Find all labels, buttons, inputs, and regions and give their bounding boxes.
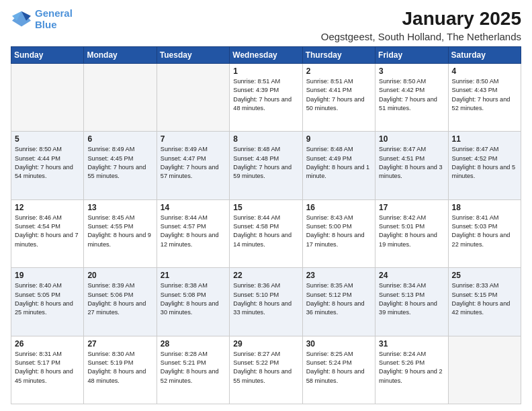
header-wednesday: Wednesday (230, 47, 302, 64)
calendar-cell: 14Sunrise: 8:44 AMSunset: 4:57 PMDayligh… (157, 199, 229, 267)
calendar-header-row: Sunday Monday Tuesday Wednesday Thursday… (11, 47, 521, 64)
logo-blue: Blue (35, 19, 57, 30)
day-number: 5 (15, 134, 80, 144)
calendar-cell: 23Sunrise: 8:35 AMSunset: 5:12 PMDayligh… (302, 268, 375, 336)
day-number: 26 (15, 339, 80, 349)
calendar-cell: 16Sunrise: 8:43 AMSunset: 5:00 PMDayligh… (302, 199, 375, 267)
svg-marker-0 (12, 11, 31, 26)
cell-info: Sunrise: 8:43 AMSunset: 5:00 PMDaylight:… (306, 214, 371, 249)
calendar-cell: 11Sunrise: 8:47 AMSunset: 4:52 PMDayligh… (448, 132, 521, 199)
cell-info: Sunrise: 8:30 AMSunset: 5:19 PMDaylight:… (87, 350, 152, 385)
day-number: 30 (306, 339, 371, 349)
day-number: 8 (233, 134, 298, 144)
calendar-table: Sunday Monday Tuesday Wednesday Thursday… (11, 46, 521, 404)
day-number: 14 (161, 203, 226, 212)
cell-info: Sunrise: 8:47 AMSunset: 4:51 PMDaylight:… (379, 145, 444, 181)
calendar-cell: 29Sunrise: 8:27 AMSunset: 5:22 PMDayligh… (230, 336, 302, 404)
logo-general: General (35, 7, 73, 19)
day-number: 22 (233, 271, 298, 280)
title-block: January 2025 Oegstgeest, South Holland, … (321, 8, 521, 42)
header-thursday: Thursday (302, 47, 375, 64)
calendar-cell: 10Sunrise: 8:47 AMSunset: 4:51 PMDayligh… (375, 132, 448, 199)
week-row-3: 12Sunrise: 8:46 AMSunset: 4:54 PMDayligh… (11, 199, 521, 267)
cell-info: Sunrise: 8:48 AMSunset: 4:48 PMDaylight:… (233, 145, 298, 181)
cell-info: Sunrise: 8:48 AMSunset: 4:49 PMDaylight:… (306, 145, 371, 181)
cell-info: Sunrise: 8:46 AMSunset: 4:54 PMDaylight:… (15, 214, 80, 249)
calendar-cell: 13Sunrise: 8:45 AMSunset: 4:55 PMDayligh… (84, 199, 157, 267)
header-friday: Friday (375, 47, 448, 64)
cell-info: Sunrise: 8:35 AMSunset: 5:12 PMDaylight:… (306, 281, 371, 317)
day-number: 27 (87, 339, 152, 349)
week-row-1: 1Sunrise: 8:51 AMSunset: 4:39 PMDaylight… (11, 64, 521, 132)
calendar-cell: 12Sunrise: 8:46 AMSunset: 4:54 PMDayligh… (11, 199, 84, 267)
cell-info: Sunrise: 8:25 AMSunset: 5:24 PMDaylight:… (306, 350, 371, 385)
cell-info: Sunrise: 8:47 AMSunset: 4:52 PMDaylight:… (452, 145, 517, 181)
calendar-cell: 25Sunrise: 8:33 AMSunset: 5:15 PMDayligh… (448, 268, 521, 336)
calendar-cell: 2Sunrise: 8:51 AMSunset: 4:41 PMDaylight… (302, 64, 375, 132)
cell-info: Sunrise: 8:50 AMSunset: 4:43 PMDaylight:… (452, 77, 517, 113)
calendar-cell: 6Sunrise: 8:49 AMSunset: 4:45 PMDaylight… (84, 132, 157, 199)
day-number: 16 (306, 203, 371, 212)
day-number: 11 (452, 134, 517, 144)
calendar-cell: 5Sunrise: 8:50 AMSunset: 4:44 PMDaylight… (11, 132, 84, 199)
header-monday: Monday (84, 47, 157, 64)
day-number: 13 (87, 203, 152, 212)
calendar-cell: 22Sunrise: 8:36 AMSunset: 5:10 PMDayligh… (230, 268, 302, 336)
calendar-cell: 15Sunrise: 8:44 AMSunset: 4:58 PMDayligh… (230, 199, 302, 267)
calendar-cell: 18Sunrise: 8:41 AMSunset: 5:03 PMDayligh… (448, 199, 521, 267)
cell-info: Sunrise: 8:24 AMSunset: 5:26 PMDaylight:… (379, 350, 444, 385)
cell-info: Sunrise: 8:39 AMSunset: 5:06 PMDaylight:… (87, 281, 152, 317)
calendar-cell: 27Sunrise: 8:30 AMSunset: 5:19 PMDayligh… (84, 336, 157, 404)
cell-info: Sunrise: 8:33 AMSunset: 5:15 PMDaylight:… (452, 281, 517, 317)
day-number: 1 (233, 66, 298, 76)
day-number: 12 (15, 203, 80, 212)
week-row-4: 19Sunrise: 8:40 AMSunset: 5:05 PMDayligh… (11, 268, 521, 336)
header-tuesday: Tuesday (157, 47, 229, 64)
day-number: 7 (161, 134, 226, 144)
day-number: 28 (161, 339, 226, 349)
main-title: January 2025 (321, 8, 521, 30)
calendar-cell: 28Sunrise: 8:28 AMSunset: 5:21 PMDayligh… (157, 336, 229, 404)
calendar-cell: 4Sunrise: 8:50 AMSunset: 4:43 PMDaylight… (448, 64, 521, 132)
cell-info: Sunrise: 8:51 AMSunset: 4:39 PMDaylight:… (233, 77, 298, 113)
day-number: 15 (233, 203, 298, 212)
calendar-cell: 21Sunrise: 8:38 AMSunset: 5:08 PMDayligh… (157, 268, 229, 336)
logo-icon (11, 10, 32, 29)
cell-info: Sunrise: 8:38 AMSunset: 5:08 PMDaylight:… (161, 281, 226, 317)
page: General Blue January 2025 Oegstgeest, So… (0, 0, 532, 411)
logo: General Blue (11, 8, 73, 30)
calendar-cell (11, 64, 84, 132)
calendar-cell (157, 64, 229, 132)
calendar-cell: 20Sunrise: 8:39 AMSunset: 5:06 PMDayligh… (84, 268, 157, 336)
day-number: 10 (379, 134, 444, 144)
calendar-cell: 17Sunrise: 8:42 AMSunset: 5:01 PMDayligh… (375, 199, 448, 267)
calendar-cell: 9Sunrise: 8:48 AMSunset: 4:49 PMDaylight… (302, 132, 375, 199)
logo-text: General Blue (35, 8, 73, 30)
cell-info: Sunrise: 8:44 AMSunset: 4:58 PMDaylight:… (233, 214, 298, 249)
calendar-cell: 24Sunrise: 8:34 AMSunset: 5:13 PMDayligh… (375, 268, 448, 336)
day-number: 24 (379, 271, 444, 280)
week-row-5: 26Sunrise: 8:31 AMSunset: 5:17 PMDayligh… (11, 336, 521, 404)
calendar-cell: 26Sunrise: 8:31 AMSunset: 5:17 PMDayligh… (11, 336, 84, 404)
day-number: 23 (306, 271, 371, 280)
cell-info: Sunrise: 8:31 AMSunset: 5:17 PMDaylight:… (15, 350, 80, 385)
cell-info: Sunrise: 8:42 AMSunset: 5:01 PMDaylight:… (379, 214, 444, 249)
cell-info: Sunrise: 8:45 AMSunset: 4:55 PMDaylight:… (87, 214, 152, 249)
day-number: 31 (379, 339, 444, 349)
cell-info: Sunrise: 8:36 AMSunset: 5:10 PMDaylight:… (233, 281, 298, 317)
cell-info: Sunrise: 8:44 AMSunset: 4:57 PMDaylight:… (161, 214, 226, 249)
day-number: 6 (87, 134, 152, 144)
cell-info: Sunrise: 8:50 AMSunset: 4:44 PMDaylight:… (15, 145, 80, 181)
calendar-cell (448, 336, 521, 404)
calendar-cell: 1Sunrise: 8:51 AMSunset: 4:39 PMDaylight… (230, 64, 302, 132)
day-number: 3 (379, 66, 444, 76)
day-number: 17 (379, 203, 444, 212)
day-number: 21 (161, 271, 226, 280)
day-number: 9 (306, 134, 371, 144)
day-number: 19 (15, 271, 80, 280)
calendar-cell: 8Sunrise: 8:48 AMSunset: 4:48 PMDaylight… (230, 132, 302, 199)
header-saturday: Saturday (448, 47, 521, 64)
calendar-cell (84, 64, 157, 132)
calendar-cell: 19Sunrise: 8:40 AMSunset: 5:05 PMDayligh… (11, 268, 84, 336)
cell-info: Sunrise: 8:49 AMSunset: 4:45 PMDaylight:… (87, 145, 152, 181)
